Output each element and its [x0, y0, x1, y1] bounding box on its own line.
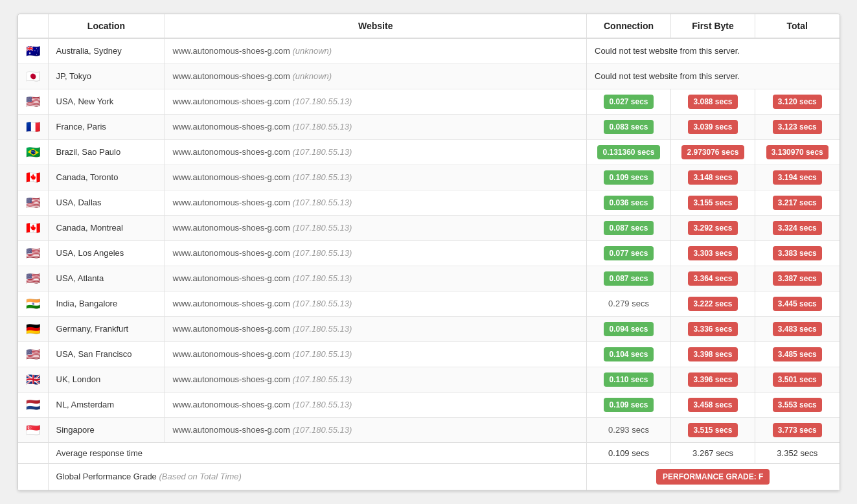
total-cell: 3.773 secs: [755, 417, 840, 442]
firstbyte-cell: 3.336 secs: [671, 316, 755, 341]
total-cell: 3.123 secs: [755, 114, 840, 139]
flag-cell: 🇨🇦: [18, 215, 49, 240]
grade-label-cell: Global Performance Grade (Based on Total…: [48, 463, 587, 490]
grade-row: Global Performance Grade (Based on Total…: [18, 463, 840, 490]
table-row: 🇸🇬Singaporewww.autonomous-shoes-g.com (1…: [18, 417, 840, 442]
firstbyte-cell: 3.039 secs: [671, 114, 755, 139]
total-cell: 3.445 secs: [755, 291, 840, 316]
performance-table: Location Website Connection First Byte T…: [18, 14, 840, 490]
total-badge-red: 3.383 secs: [773, 246, 822, 260]
table-header-row: Location Website Connection First Byte T…: [18, 14, 840, 38]
firstbyte-badge-red: 3.088 secs: [688, 95, 737, 109]
connection-cell: 0.293 secs: [587, 417, 671, 442]
location-cell: USA, Dallas: [48, 190, 165, 215]
location-cell: USA, Atlanta: [48, 266, 165, 291]
flag-cell: 🇯🇵: [18, 63, 49, 89]
grade-badge-cell: PERFORMANCE GRADE: F: [587, 463, 840, 490]
website-cell: www.autonomous-shoes-g.com (107.180.55.1…: [165, 114, 587, 139]
connection-cell: 0.087 secs: [587, 215, 671, 240]
firstbyte-cell: 3.515 secs: [671, 417, 755, 442]
flag-cell: 🇺🇸: [18, 190, 49, 215]
firstbyte-badge-red: 3.458 secs: [688, 398, 737, 412]
total-badge-red: 3.485 secs: [773, 347, 822, 361]
firstbyte-badge-red: 3.364 secs: [688, 271, 737, 286]
total-badge-red: 3.217 secs: [773, 196, 822, 210]
total-cell: 3.485 secs: [755, 341, 840, 367]
firstbyte-badge-red: 3.155 secs: [688, 196, 737, 210]
firstbyte-badge-red: 3.515 secs: [688, 423, 737, 437]
connection-badge-green: 0.110 secs: [604, 372, 653, 387]
firstbyte-badge-red: 3.303 secs: [688, 246, 737, 260]
website-cell: www.autonomous-shoes-g.com (107.180.55.1…: [165, 240, 587, 266]
total-cell: 3.501 secs: [755, 367, 840, 392]
avg-total-cell: 3.352 secs: [755, 442, 840, 463]
col-header-firstbyte: First Byte: [671, 14, 755, 38]
col-header-location: Location: [48, 14, 165, 38]
website-cell: www.autonomous-shoes-g.com (107.180.55.1…: [165, 266, 587, 291]
total-badge-red: 3.120 secs: [773, 95, 822, 109]
total-cell: 3.217 secs: [755, 190, 840, 215]
firstbyte-badge-red: 3.039 secs: [688, 120, 737, 134]
connection-cell: 0.109 secs: [587, 392, 671, 417]
website-cell: www.autonomous-shoes-g.com (107.180.55.1…: [165, 165, 587, 190]
flag-cell: 🇧🇷: [18, 139, 49, 165]
col-header-flag: [18, 14, 49, 38]
website-cell: www.autonomous-shoes-g.com (107.180.55.1…: [165, 291, 587, 316]
total-badge-red: 3.194 secs: [773, 170, 822, 185]
table-row: 🇳🇱NL, Amsterdamwww.autonomous-shoes-g.co…: [18, 392, 840, 417]
grade-sublabel: (Based on Total Time): [159, 472, 241, 481]
website-cell: www.autonomous-shoes-g.com (107.180.55.1…: [165, 139, 587, 165]
firstbyte-badge-red: 3.292 secs: [688, 221, 737, 235]
location-cell: JP, Tokyo: [48, 63, 165, 89]
total-cell: 3.120 secs: [755, 89, 840, 114]
total-cell: 3.553 secs: [755, 392, 840, 417]
website-cell: www.autonomous-shoes-g.com (unknown): [165, 63, 587, 89]
col-header-website: Website: [165, 14, 587, 38]
flag-cell: 🇺🇸: [18, 341, 49, 367]
location-cell: Germany, Frankfurt: [48, 316, 165, 341]
location-cell: Canada, Montreal: [48, 215, 165, 240]
connection-badge-green: 0.077 secs: [604, 246, 653, 260]
connection-cell: Could not test website from this server.: [587, 63, 840, 89]
average-row: Average response time 0.109 secs 3.267 s…: [18, 442, 840, 463]
total-cell: 3.387 secs: [755, 266, 840, 291]
total-badge-red: 3.553 secs: [773, 398, 822, 412]
firstbyte-cell: 3.148 secs: [671, 165, 755, 190]
total-badge-red: 3.324 secs: [773, 221, 822, 235]
firstbyte-badge-red: 3.336 secs: [688, 322, 737, 336]
flag-cell: 🇦🇺: [18, 38, 49, 64]
connection-badge-green: 0.036 secs: [604, 196, 653, 210]
connection-badge-green: 0.083 secs: [604, 120, 653, 134]
location-cell: NL, Amsterdam: [48, 392, 165, 417]
avg-connection-cell: 0.109 secs: [587, 442, 671, 463]
table-row: 🇯🇵JP, Tokyowww.autonomous-shoes-g.com (u…: [18, 63, 840, 89]
table-row: 🇬🇧UK, Londonwww.autonomous-shoes-g.com (…: [18, 367, 840, 392]
table-row: 🇩🇪Germany, Frankfurtwww.autonomous-shoes…: [18, 316, 840, 341]
firstbyte-cell: 2.973076 secs: [671, 139, 755, 165]
connection-badge-green: 0.109 secs: [604, 398, 653, 412]
website-cell: www.autonomous-shoes-g.com (107.180.55.1…: [165, 392, 587, 417]
firstbyte-cell: 3.222 secs: [671, 291, 755, 316]
firstbyte-cell: 3.364 secs: [671, 266, 755, 291]
location-cell: UK, London: [48, 367, 165, 392]
connection-cell: 0.279 secs: [587, 291, 671, 316]
avg-label-cell: Average response time: [48, 442, 587, 463]
total-badge-red: 3.130970 secs: [766, 145, 828, 159]
table-row: 🇦🇺Australia, Sydneywww.autonomous-shoes-…: [18, 38, 840, 64]
total-badge-red: 3.501 secs: [773, 372, 822, 387]
col-header-connection: Connection: [587, 14, 671, 38]
col-header-total: Total: [755, 14, 840, 38]
website-cell: www.autonomous-shoes-g.com (107.180.55.1…: [165, 367, 587, 392]
connection-badge-green: 0.131360 secs: [597, 145, 659, 159]
website-cell: www.autonomous-shoes-g.com (107.180.55.1…: [165, 215, 587, 240]
firstbyte-cell: 3.458 secs: [671, 392, 755, 417]
connection-cell: 0.094 secs: [587, 316, 671, 341]
connection-cell: 0.110 secs: [587, 367, 671, 392]
location-cell: Singapore: [48, 417, 165, 442]
location-cell: USA, Los Angeles: [48, 240, 165, 266]
grade-flag-cell: [18, 463, 49, 490]
firstbyte-badge-red: 3.222 secs: [688, 297, 737, 311]
firstbyte-cell: 3.155 secs: [671, 190, 755, 215]
location-cell: Brazil, Sao Paulo: [48, 139, 165, 165]
connection-badge-green: 0.094 secs: [604, 322, 653, 336]
